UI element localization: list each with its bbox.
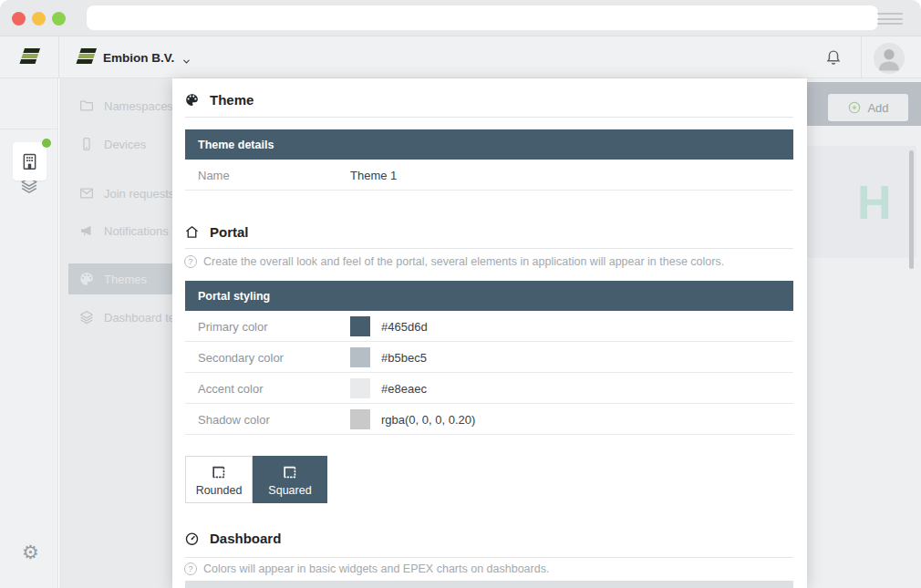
rail-divider	[0, 129, 58, 129]
sidebar-menu: Namespaces Devices Join requests Notific…	[59, 78, 172, 588]
corner-style-rounded-button[interactable]: Rounded	[185, 456, 253, 503]
portal-styling-table-header: Portal styling	[185, 281, 793, 311]
close-window-button[interactable]	[12, 12, 26, 26]
home-icon	[184, 224, 200, 240]
color-swatch[interactable]	[350, 378, 370, 398]
help-question-icon: ?	[184, 562, 197, 575]
dashboard-section-title: Dashboard	[210, 531, 281, 546]
online-status-dot	[42, 139, 51, 148]
portal-section-title: Portal	[210, 224, 249, 240]
sidebar-item-namespaces[interactable]: Namespaces	[59, 90, 172, 121]
background-toolbar: Add	[807, 82, 921, 126]
corner-style-icon	[281, 463, 299, 481]
primary-color-row[interactable]: Primary color #465d6d	[185, 311, 793, 342]
header-divider	[861, 36, 862, 78]
theme-editor-panel: Theme Theme details Name Theme 1 Portal …	[172, 78, 807, 588]
color-swatch[interactable]	[350, 316, 370, 336]
zoom-window-button[interactable]	[52, 12, 66, 26]
dashboard-section-header: Dashboard	[184, 530, 281, 546]
icon-rail: ⚙	[0, 78, 58, 588]
section-divider	[185, 248, 793, 249]
sidebar-item-dashboard-templates[interactable]: Dashboard te	[59, 302, 172, 333]
theme-section-title: Theme	[210, 92, 254, 108]
brand-letter: H	[857, 175, 892, 230]
browser-window: Embion B.V.	[0, 0, 921, 588]
corner-style-icon	[210, 463, 228, 481]
theme-section-header: Theme	[184, 91, 254, 108]
folder-icon	[78, 98, 95, 114]
megaphone-icon	[78, 222, 95, 239]
background-page: Add H	[807, 78, 921, 588]
envelope-icon	[78, 185, 95, 201]
device-icon	[78, 136, 95, 152]
dashboard-help: ? Colors will appear in basic widgets an…	[184, 562, 549, 575]
theme-name-row[interactable]: Name Theme 1	[185, 160, 793, 191]
portal-help: ? Create the overall look and feel of th…	[184, 255, 724, 268]
next-table-edge	[185, 581, 793, 588]
organization-tab[interactable]	[13, 142, 47, 181]
section-divider	[185, 557, 793, 558]
sidebar-item-join-requests[interactable]: Join requests	[59, 178, 172, 209]
palette-icon	[184, 92, 200, 108]
sidebar-item-devices[interactable]: Devices	[59, 129, 172, 160]
help-question-icon: ?	[184, 255, 197, 268]
notifications-bell-icon[interactable]	[823, 47, 843, 71]
chevron-down-icon	[181, 54, 191, 70]
org-switcher[interactable]: Embion B.V.	[103, 51, 174, 65]
add-theme-button[interactable]: Add	[828, 94, 908, 121]
building-icon	[20, 151, 39, 171]
color-swatch[interactable]	[350, 409, 370, 429]
header-divider	[58, 36, 59, 78]
settings-gear-icon[interactable]: ⚙	[22, 542, 39, 563]
portal-section-header: Portal	[184, 223, 249, 240]
plus-circle-icon	[847, 100, 862, 115]
secondary-color-row[interactable]: Secondary color #b5bec5	[185, 342, 793, 373]
corner-style-squared-button[interactable]: Squared	[253, 456, 327, 503]
layers-icon	[78, 309, 95, 325]
palette-icon	[78, 271, 95, 287]
shadow-color-row[interactable]: Shadow color rgba(0, 0, 0, 0.20)	[185, 404, 793, 435]
section-divider	[185, 117, 793, 118]
theme-card[interactable]: H	[807, 146, 916, 258]
color-swatch[interactable]	[350, 347, 370, 367]
browser-menu-icon[interactable]	[877, 13, 903, 25]
address-bar[interactable]	[87, 5, 878, 30]
sidebar-item-themes[interactable]: Themes	[68, 263, 172, 294]
user-avatar[interactable]	[874, 43, 905, 74]
theme-details-table-header: Theme details	[185, 129, 793, 160]
page-scrollbar[interactable]	[909, 150, 914, 269]
minimize-window-button[interactable]	[32, 12, 46, 26]
accent-color-row[interactable]: Accent color #e8eaec	[185, 373, 793, 404]
browser-chrome	[0, 0, 921, 36]
sidebar-item-notifications[interactable]: Notifications	[59, 215, 172, 246]
gauge-icon	[184, 531, 200, 546]
